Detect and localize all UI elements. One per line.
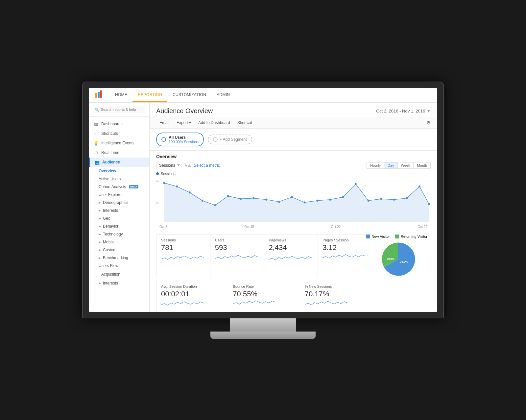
content-header: Audience Overview Oct 2, 2016 - Nov 1, 2… — [150, 103, 437, 117]
svg-point-29 — [418, 185, 420, 187]
sparkline-users — [215, 253, 258, 261]
top-nav: HOME REPORTING CUSTOMIZATION ADMIN — [89, 88, 437, 103]
sidebar-sub-demographics[interactable]: ▶ Demographics — [89, 199, 149, 207]
sidebar-sub-cohort[interactable]: Cohort Analysis BETA — [89, 183, 149, 191]
shortcut-button[interactable]: Shortcut — [234, 119, 255, 126]
legend-dot — [156, 172, 159, 175]
sparkline-sessions — [161, 253, 204, 261]
email-button[interactable]: Email — [156, 119, 173, 126]
metric-avg-session: Avg. Session Duration 00:02:01 — [156, 281, 228, 312]
dashboards-icon: ▦ — [93, 122, 99, 127]
returning-visitor-legend: Returning Visitor — [395, 235, 427, 238]
sidebar: 🔍 ▦ Dashboards ↔ Shortcuts — [89, 103, 150, 312]
arrow-interests: ▶ — [99, 209, 101, 212]
svg-point-21 — [316, 199, 318, 201]
arrow-behavior: ▶ — [99, 225, 101, 228]
sparkline-avg-session — [161, 300, 204, 308]
sparkline-bounce — [233, 300, 275, 308]
select-metric-link[interactable]: Select a metric — [194, 163, 220, 168]
add-dashboard-button[interactable]: Add to Dashboard — [195, 119, 233, 126]
date-chevron: ▼ — [426, 109, 431, 113]
week-button[interactable]: Week — [398, 162, 414, 168]
sidebar-item-realtime[interactable]: ⊙ Real-Time — [89, 148, 149, 158]
all-users-segment[interactable]: All Users 100.00% Sessions — [156, 133, 204, 146]
shortcuts-icon: ↔ — [93, 131, 99, 136]
add-segment-button[interactable]: + Add Segment — [208, 135, 252, 144]
new-visitor-color — [366, 235, 370, 238]
arrow-geo: ▶ — [99, 217, 101, 220]
search-icon: 🔍 — [95, 108, 99, 111]
nav-customization[interactable]: CUSTOMIZATION — [167, 88, 211, 103]
nav-home[interactable]: HOME — [110, 88, 132, 103]
svg-point-25 — [368, 199, 370, 201]
svg-rect-2 — [98, 92, 100, 98]
metric-new-sessions: % New Sessions 70.17% — [300, 281, 371, 312]
month-button[interactable]: Month — [414, 162, 430, 168]
sidebar-item-audience[interactable]: 👥 Audience — [89, 158, 149, 167]
sidebar-sub-benchmarking[interactable]: ▶ Benchmarking — [89, 254, 149, 262]
ga-logo — [94, 90, 103, 100]
svg-point-19 — [291, 196, 293, 198]
metric-bounce-rate: Bounce Rate 70.55% — [228, 281, 299, 312]
sidebar-item-intelligence[interactable]: 💡 Intelligence Events — [89, 138, 149, 148]
sidebar-sub-custom[interactable]: ▶ Custom — [89, 246, 149, 254]
svg-point-13 — [214, 204, 216, 206]
sidebar-item-acquisition[interactable]: ↑ Acquisition — [89, 270, 149, 279]
segment-area: All Users 100.00% Sessions + Add Segment — [150, 129, 437, 151]
sidebar-search-wrap: 🔍 — [89, 103, 149, 117]
hourly-button[interactable]: Hourly — [367, 162, 384, 168]
segment-icon — [161, 137, 166, 142]
search-input[interactable] — [93, 106, 145, 113]
overview-label: Overview — [156, 154, 431, 159]
returning-visitor-color — [395, 235, 399, 238]
svg-point-23 — [342, 196, 344, 198]
arrow-mobile: ▶ — [99, 240, 101, 244]
svg-point-24 — [355, 183, 357, 185]
sidebar-sub-users-flow[interactable]: Users Flow — [89, 262, 149, 270]
overview-section: Overview Sessions VS. Select a metric — [150, 151, 437, 235]
sidebar-sub-user-explorer[interactable]: User Explorer — [89, 191, 149, 199]
sessions-chart: 50 25 — [156, 178, 431, 224]
export-button[interactable]: Export ▾ — [173, 119, 194, 126]
sidebar-sub-active-users[interactable]: Active Users — [89, 175, 149, 183]
page-title: Audience Overview — [156, 107, 213, 115]
svg-rect-1 — [95, 93, 97, 98]
chart-x-labels: Oct 8 Oct 15 Oct 22 Oct 29 — [156, 225, 431, 229]
arrow-acq-interests: ▶ — [99, 282, 101, 285]
svg-point-17 — [265, 198, 267, 200]
sidebar-sub-geo[interactable]: ▶ Geo — [89, 214, 149, 222]
day-button[interactable]: Day — [384, 162, 398, 168]
metric-selector[interactable]: Sessions — [156, 162, 182, 169]
chart-controls: Sessions VS. Select a metric Hourly Day … — [156, 162, 431, 169]
nav-reporting[interactable]: REPORTING — [132, 88, 167, 103]
sidebar-sub-mobile[interactable]: ▶ Mobile — [89, 238, 149, 246]
sparkline-new-sessions — [305, 300, 347, 308]
svg-rect-3 — [100, 90, 102, 98]
sparkline-pageviews — [269, 253, 312, 261]
sidebar-sub-behavior[interactable]: ▶ Behavior — [89, 222, 149, 230]
svg-text:29.8%: 29.8% — [387, 257, 394, 260]
svg-point-30 — [428, 203, 430, 205]
sidebar-sub-overview[interactable]: Overview — [89, 167, 149, 175]
new-visitor-legend: New Visitor — [366, 235, 390, 238]
svg-point-16 — [252, 197, 254, 199]
svg-point-22 — [329, 198, 331, 200]
svg-text:70.2%: 70.2% — [400, 260, 408, 263]
svg-point-9 — [163, 182, 165, 184]
svg-point-10 — [176, 185, 178, 187]
nav-admin[interactable]: ADMIN — [211, 88, 235, 103]
main-content: Audience Overview Oct 2, 2016 - Nov 1, 2… — [150, 103, 437, 312]
arrow-custom: ▶ — [99, 248, 101, 252]
metric-users: Users 593 — [210, 235, 264, 277]
sidebar-item-shortcuts[interactable]: ↔ Shortcuts — [89, 129, 149, 138]
chart-area: 50 25 — [156, 178, 431, 224]
date-range-selector[interactable]: Oct 2, 2016 - Nov 1, 2016 ▼ — [376, 109, 431, 113]
sidebar-sub-acq-interests[interactable]: ▶ Interests — [89, 279, 149, 287]
sidebar-sub-technology[interactable]: ▶ Technology — [89, 230, 149, 238]
svg-text:50: 50 — [156, 179, 159, 183]
sidebar-item-dashboards[interactable]: ▦ Dashboards — [89, 119, 149, 129]
sidebar-sub-interests[interactable]: ▶ Interests — [89, 207, 149, 214]
audience-icon: 👥 — [94, 160, 100, 165]
svg-point-12 — [202, 199, 203, 201]
settings-icon[interactable]: ⚙ — [426, 120, 431, 125]
